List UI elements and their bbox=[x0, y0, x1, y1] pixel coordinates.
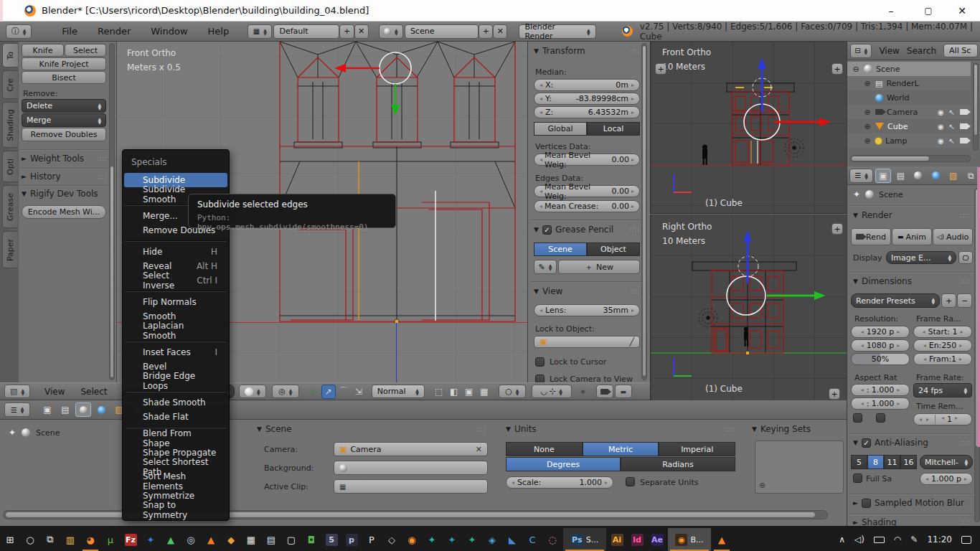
sampled-motion-blur-header[interactable]: ►Sampled Motion Blur bbox=[853, 498, 971, 508]
outliner-row-camera[interactable]: ⊕Camera◉↖ bbox=[847, 105, 971, 119]
indesign[interactable]: Id bbox=[627, 528, 647, 551]
photoshop-window[interactable]: PsS... bbox=[563, 528, 606, 551]
menu-item-laplacian-smooth[interactable]: Laplacian Smooth bbox=[124, 324, 227, 338]
tab-object[interactable]: ▧ bbox=[946, 169, 961, 183]
keying-sets-panel-header[interactable]: ▼Keying Sets bbox=[752, 424, 841, 434]
app-p-dark[interactable]: p bbox=[341, 528, 362, 551]
start-button[interactable]: ⊞ bbox=[0, 528, 20, 551]
aa-pixel-size-field[interactable]: ◂1.000 p▸ bbox=[920, 473, 973, 485]
menu-item-hide[interactable]: HideH bbox=[124, 245, 227, 259]
app-teal-1[interactable]: ✦ bbox=[422, 528, 442, 551]
history-panel-header[interactable]: ►History:::: bbox=[22, 171, 108, 182]
view3d-menu-select[interactable]: Select bbox=[80, 387, 107, 397]
scene-panel-header[interactable]: ▼Scene:::: bbox=[257, 424, 486, 434]
eyedropper-icon[interactable]: ╱ bbox=[629, 337, 634, 347]
tray-volume-icon[interactable]: ◁) bbox=[854, 534, 864, 545]
npanel-scrollbar[interactable] bbox=[641, 43, 647, 380]
anti-aliasing-panel-header[interactable]: ▼✓Anti-Aliasing:::: bbox=[853, 438, 971, 448]
pin-icon[interactable]: ✦ bbox=[853, 189, 860, 199]
properties-editor-type-button[interactable]: ☰▲▼ bbox=[849, 169, 873, 183]
tab-render[interactable]: ▣ bbox=[39, 402, 55, 417]
lock-object-field[interactable]: ▣╱ bbox=[534, 336, 640, 348]
scene-delete-button[interactable]: ✕ bbox=[493, 24, 507, 39]
menu-item-inset-faces[interactable]: Inset FacesI bbox=[124, 345, 227, 359]
toolshelf-tab-grease[interactable]: Grease bbox=[2, 185, 18, 228]
outliner-row-lamp[interactable]: ⊕Lamp◉↖ bbox=[847, 133, 971, 148]
proportional-edit-dropdown[interactable]: ○▲▼ bbox=[499, 385, 526, 398]
screen-layout-icon-button[interactable]: ▦▲▼ bbox=[248, 24, 272, 39]
outliner-editor-type-button[interactable]: ⊟▲▼ bbox=[850, 44, 872, 58]
render-panel-header[interactable]: ▼Render:::: bbox=[853, 210, 971, 220]
weight-tools-panel-header[interactable]: ►Weight Tools:::: bbox=[22, 154, 108, 164]
viewport-right-ortho[interactable]: Right Ortho 10 Meters bbox=[650, 215, 847, 400]
opengl-render-anim-button[interactable]: ▬ bbox=[615, 385, 632, 398]
frame-end-field[interactable]: ◂En:250▸ bbox=[913, 339, 972, 352]
menu-help[interactable]: Help bbox=[208, 26, 230, 37]
filezilla[interactable]: Fz bbox=[121, 528, 141, 551]
outliner-menu-view[interactable]: View bbox=[879, 46, 899, 56]
preset-remove-button[interactable]: − bbox=[957, 293, 972, 308]
outliner-row-renderl[interactable]: ⊕▤RenderL bbox=[847, 76, 971, 90]
knife-button[interactable]: Knife bbox=[22, 44, 64, 57]
full-sample-checkbox[interactable] bbox=[853, 474, 862, 483]
tab-world[interactable] bbox=[93, 402, 109, 417]
app-teal-2[interactable]: ✦ bbox=[442, 528, 462, 551]
encode-mesh-button[interactable]: Encode Mesh Wi... bbox=[22, 205, 106, 219]
lens-field[interactable]: ◂Lens:35mm▸ bbox=[534, 304, 640, 316]
quad-corner-button[interactable]: + bbox=[831, 63, 843, 75]
tab-scene[interactable] bbox=[910, 169, 925, 183]
app-c[interactable]: C bbox=[522, 528, 542, 551]
delete-menu-button[interactable]: Delete▲▼ bbox=[22, 99, 106, 113]
app-ruler[interactable]: ◣ bbox=[502, 528, 522, 551]
restrict-render-camera-icon[interactable] bbox=[960, 123, 968, 129]
properties-editor-type-button[interactable]: ☰▲▼ bbox=[4, 402, 30, 417]
lock-app[interactable]: ◆ bbox=[221, 528, 241, 551]
manipulator-translate-icon[interactable]: ↗ bbox=[321, 385, 336, 399]
global-local-toggle[interactable]: GlobalLocal bbox=[534, 122, 640, 136]
outliner-h-scrollbar[interactable] bbox=[850, 155, 971, 162]
dropbox[interactable]: ✦ bbox=[141, 528, 161, 551]
snap-cursor-icon[interactable]: ⌖ bbox=[576, 385, 590, 399]
separate-units-checkbox[interactable] bbox=[626, 477, 635, 486]
tab-render-layers[interactable]: ▤ bbox=[893, 169, 908, 183]
face-select-icon[interactable]: ▣ bbox=[462, 385, 476, 399]
frame-start-field[interactable]: ◂Start: 1▸ bbox=[913, 326, 972, 338]
grease-pencil-panel-header[interactable]: ▼✓Grease Pencil:::: bbox=[534, 225, 640, 235]
menu-window[interactable]: Window bbox=[151, 26, 187, 37]
expand-toggle-icon[interactable]: ⊕ bbox=[863, 79, 872, 88]
tray-pen-icon[interactable]: ✎ bbox=[910, 534, 918, 545]
scene-add-button[interactable]: + bbox=[479, 24, 493, 39]
restrict-view-eye-icon[interactable]: ◉ bbox=[938, 123, 944, 131]
lock-camera-row[interactable]: Lock Camera to View bbox=[535, 375, 633, 382]
mean-bevel-weight-field[interactable]: ◂Mean Bevel Weig:0.00▸ bbox=[534, 154, 640, 166]
app-p[interactable]: P bbox=[362, 528, 382, 551]
app-disc[interactable]: ◌ bbox=[542, 528, 562, 551]
outliner-row-cube[interactable]: ⊕Cube◉↖ bbox=[847, 119, 971, 133]
app-teal-3[interactable]: ✦ bbox=[462, 528, 482, 551]
tab-render[interactable]: ▣ bbox=[875, 169, 891, 183]
transform-panel-header[interactable]: ▼Transform:::: bbox=[534, 46, 640, 56]
manipulator-axis-icon[interactable]: ⊹ bbox=[306, 385, 321, 399]
menu-item-select-inverse[interactable]: Select InverseCtrl I bbox=[124, 273, 227, 288]
scene-selector-icon-button[interactable]: ▲▼ bbox=[379, 24, 403, 39]
blender-app[interactable]: ◉ bbox=[402, 528, 422, 551]
resolution-y-field[interactable]: ◂1080 p▸ bbox=[851, 339, 910, 352]
unit-system-toggle[interactable]: None Metric Imperial bbox=[506, 442, 735, 456]
edge-select-icon[interactable]: ◧ bbox=[447, 385, 461, 399]
restrict-render-camera-icon[interactable] bbox=[960, 109, 968, 115]
tray-notification-icon[interactable] bbox=[961, 536, 971, 544]
shading-panel-header[interactable]: ►Shading:::: bbox=[853, 517, 971, 526]
aspect-y-field[interactable]: ◂: 1.000▸ bbox=[851, 397, 910, 410]
editor-type-info-button[interactable]: ⓘ▲▼ bbox=[6, 24, 32, 39]
tray-chevron-icon[interactable]: ∧ bbox=[839, 534, 845, 545]
unit-scale-field[interactable]: ◂Scale:1.000▸ bbox=[506, 476, 613, 489]
file-explorer[interactable]: ▥ bbox=[60, 528, 80, 551]
app-5[interactable]: 5 bbox=[321, 528, 341, 551]
camera-field[interactable]: ▣Camera✕ bbox=[334, 442, 488, 456]
units-panel-header[interactable]: ▼Units:::: bbox=[506, 424, 735, 434]
background-set-field[interactable] bbox=[334, 461, 488, 475]
render-engine-dropdown[interactable]: Blender Render▲▼ bbox=[519, 24, 595, 39]
render-still-button[interactable]: Rend bbox=[851, 228, 891, 245]
layout-delete-button[interactable]: ✕ bbox=[354, 24, 369, 39]
outliner-v-scrollbar[interactable] bbox=[973, 63, 979, 151]
